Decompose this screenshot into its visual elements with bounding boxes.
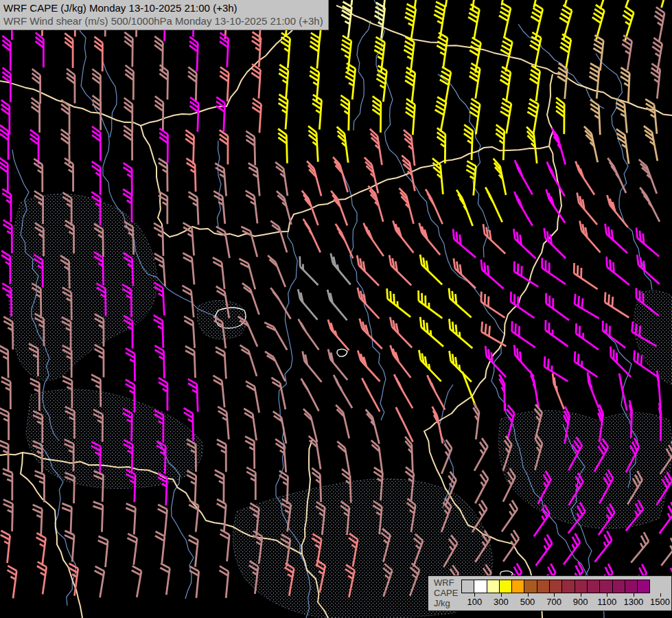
legend-color-box (575, 580, 588, 593)
legend-color-box (511, 580, 524, 593)
legend-tick-label: 900 (573, 597, 588, 607)
legend-color-box (537, 580, 550, 593)
legend-color-box (625, 580, 638, 593)
legend-color-box (549, 580, 562, 593)
legend-tick-label: 1500 (650, 597, 670, 607)
legend-color-box (524, 580, 537, 593)
legend-label-line: CAPE (434, 588, 458, 598)
legend-color-box (487, 580, 500, 593)
legend-label-line: WRF (434, 577, 458, 588)
legend-color-box (461, 580, 474, 593)
legend-tick-label: 1300 (623, 597, 643, 607)
legend-color-box (599, 580, 612, 593)
map-canvas (0, 0, 672, 618)
legend-color-box (637, 580, 650, 593)
cape-legend: WRF CAPE J/kg 10030050070090011001300150… (428, 575, 672, 611)
legend-color-box (561, 580, 575, 593)
legend-color-box (474, 580, 487, 593)
legend-color-box (587, 580, 600, 593)
legend-tick-label: 300 (494, 597, 509, 607)
map-title-box: WRF CAPE (J/kg) Monday 13-10-2025 21:00 … (0, 0, 329, 30)
weather-map-stage: WRF CAPE (J/kg) Monday 13-10-2025 21:00 … (0, 0, 672, 618)
legend-label-line: J/kg (434, 598, 458, 608)
legend-tick-label: 700 (546, 597, 561, 607)
legend-label: WRF CAPE J/kg (434, 577, 458, 608)
legend-tick-label: 500 (520, 597, 535, 607)
legend-tick-label: 1100 (597, 597, 616, 607)
legend-color-box (499, 580, 512, 593)
title-line-cape: WRF CAPE (J/kg) Monday 13-10-2025 21:00 … (3, 1, 323, 14)
title-line-wind-shear: WRF Wind shear (m/s) 500/1000hPa Monday … (3, 14, 323, 27)
legend-tick-label: 100 (467, 597, 482, 607)
legend-color-box (612, 580, 625, 593)
terrain-stipple (197, 301, 246, 339)
legend-color-scale (461, 580, 649, 593)
